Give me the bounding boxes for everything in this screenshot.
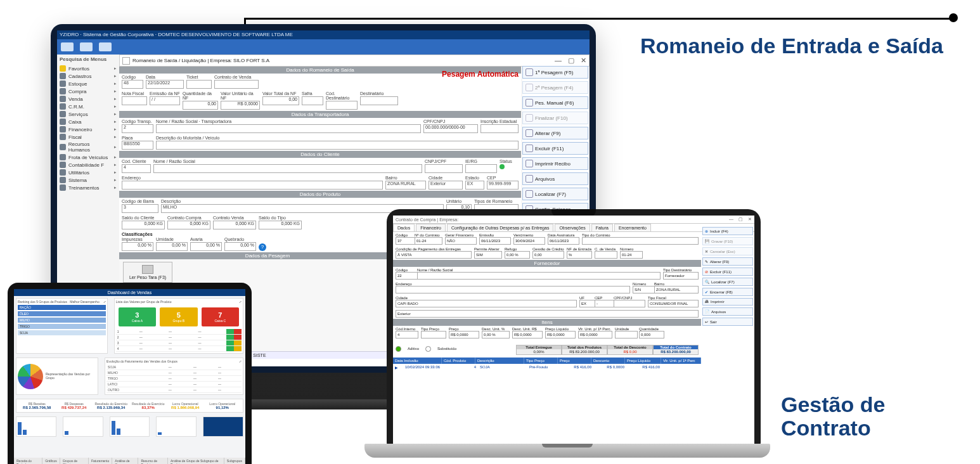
btn-alterar[interactable]: Alterar (F9) [522,127,588,139]
cf-cidade[interactable]: CAPI BADO [396,300,577,307]
coddest-input[interactable] [326,101,358,110]
btn-c-imprimir[interactable]: 🖶Imprimir [702,298,753,306]
motorista-input[interactable] [156,141,519,150]
btn-encerrar[interactable]: ✔Encerrar (F8) [702,288,753,296]
card-green[interactable]: 3Caixa A [119,307,156,326]
dest-input[interactable] [360,96,398,105]
menu-item-estoque[interactable]: Estoque▸ [57,80,119,87]
data-input[interactable]: 22/10/2022 [146,80,184,89]
ci-d1[interactable]: 0,00 % [482,331,510,338]
ci-cod[interactable]: 4 [396,331,418,338]
footer-tab[interactable]: Resumo de Produto [138,458,168,464]
menu-item-caixa[interactable]: Caixa▸ [57,118,119,126]
expand-icon[interactable]: ⤢ [103,300,106,304]
endereco-input[interactable] [122,181,383,190]
menu-item-frota[interactable]: Frota de Veículos▸ [57,153,119,161]
cf-cpf[interactable] [614,300,645,307]
estado-input[interactable]: EX [465,181,484,190]
btn-pes-manual[interactable]: Pes. Manual (F6) [522,96,588,109]
footer-tab[interactable]: Análise de Grupo de Subgrupo de Produto [168,458,224,464]
codcli-input[interactable]: 4 [122,164,151,173]
tab-financeiro[interactable]: Financeiro [416,224,446,231]
safra-input[interactable] [302,96,323,105]
tab-encerr[interactable]: Encerramento [614,224,651,231]
toolbar-icon-search[interactable] [99,42,112,51]
qtd-input[interactable]: 0,00 [183,101,218,110]
cidade-input[interactable]: Exterior [429,181,463,190]
c-permite[interactable]: SIM [474,251,502,259]
tab-obs[interactable]: Observações [555,224,590,231]
emissao-input[interactable]: / / [150,96,180,105]
vt-input[interactable]: 0,00 [262,96,299,105]
btn-sair[interactable]: ↩Sair [702,318,753,326]
btn-excluir[interactable]: Excluir (F11) [522,142,588,155]
cep-input[interactable]: 99.999-999 [487,181,519,190]
menu-item-compra[interactable]: Compra▸ [57,87,119,95]
tab-config[interactable]: Configuração de Outras Despesas p/ as En… [447,224,553,231]
umi-input[interactable]: 0,00 % [156,242,188,251]
card-red[interactable]: 7Caixa C [202,307,239,326]
cf-tipof[interactable]: CONSUMIDOR FINAL [648,300,699,307]
vu-input[interactable]: R$ 0,0000 [221,101,260,110]
ticket-input[interactable] [186,80,212,89]
ava-input[interactable]: 0,00 % [190,242,222,251]
radio-subst[interactable] [425,346,431,352]
ci-preco[interactable]: R$ 0,0000 [449,331,479,338]
tab-fatura[interactable]: Fatura [591,224,613,231]
expand-icon[interactable]: ⤢ [239,359,242,363]
btn-gravar[interactable]: 💾Gravar (F10) [702,237,753,245]
c-cvenda[interactable] [595,251,617,259]
menu-item-cadastros[interactable]: Cadastros▸ [57,72,119,80]
c-venc[interactable]: 30/09/2024 [513,237,545,245]
ci-d2[interactable]: R$ 0,0000 [512,331,543,338]
menu-item-contabil[interactable]: Contabilidade F▸ [57,161,119,169]
ie-input[interactable] [480,124,519,133]
btn-finalizar[interactable]: Finalizar (F10) [522,112,588,124]
btn-c-localizar[interactable]: 🔍Localizar (F7) [702,278,753,286]
cf-codigo[interactable]: 22 [396,272,418,280]
btn-c-alterar[interactable]: ✎Alterar (F9) [702,257,753,266]
razao-c-input[interactable] [153,164,422,173]
c-refugo[interactable]: 0,00 % [505,251,530,259]
win-max[interactable]: ▢ [568,56,574,65]
help-icon[interactable]: ? [259,243,266,251]
codbarra-input[interactable]: 3 [122,204,158,213]
cf-end[interactable] [396,286,630,293]
menu-item-fiscal[interactable]: Fiscal▸ [57,133,119,141]
footer-tab[interactable]: Grupos de Clientes [60,458,89,464]
codigo-input[interactable]: 48 [122,80,143,89]
footer-tab[interactable]: Faturamento [89,458,112,464]
cnpj-input[interactable] [425,164,463,173]
win-min[interactable]: — [729,217,733,222]
menu-item-crm[interactable]: C.R.M.▸ [57,103,119,110]
ci-qtd[interactable]: 0,000 [639,331,664,338]
c-cond[interactable]: À VISTA [396,251,472,259]
cf-num[interactable]: S/N [633,286,655,293]
btn-c-excluir[interactable]: ⊘Excluir (F11) [702,267,753,276]
tab-dados[interactable]: Dados [393,224,415,231]
footer-tab[interactable]: Gráficos [42,458,60,464]
ci-vu[interactable]: R$ 0,0000 [578,331,612,338]
footer-tab[interactable]: Receita do Período [14,458,42,464]
c-numero[interactable]: 01-24 [620,251,643,259]
menu-item-trein[interactable]: Treinamentos▸ [57,184,119,191]
contrato-input[interactable] [214,80,259,89]
win-min[interactable]: — [555,56,562,65]
nf-input[interactable] [122,96,147,105]
toolbar-icon-user[interactable] [80,42,93,51]
bairro-input[interactable]: ZONA RURAL [385,181,426,190]
menu-item-sistema[interactable]: Sistema▸ [57,176,119,184]
card-yellow[interactable]: 5Grupo B [160,307,197,326]
c-emissao[interactable]: 06/11/2023 [479,237,511,245]
c-tipo[interactable] [582,237,699,245]
ci-pl[interactable]: R$ 0,0000 [545,331,576,338]
menu-item-servicos[interactable]: Serviços▸ [57,110,119,118]
toolbar-icon-users[interactable] [61,42,74,51]
btn-1pesagem[interactable]: 1ª Pesagem (F5) [522,66,588,79]
placa-input[interactable]: BBS550 [122,141,153,150]
ci-tp[interactable] [421,331,446,338]
win-max[interactable]: ▢ [738,217,743,222]
btn-cancelar[interactable]: ✖Cancelar (Esc) [702,247,753,255]
menu-item-favoritos[interactable]: Favoritos▸ [57,65,119,72]
menu-item-financeiro[interactable]: Financeiro▸ [57,126,119,133]
